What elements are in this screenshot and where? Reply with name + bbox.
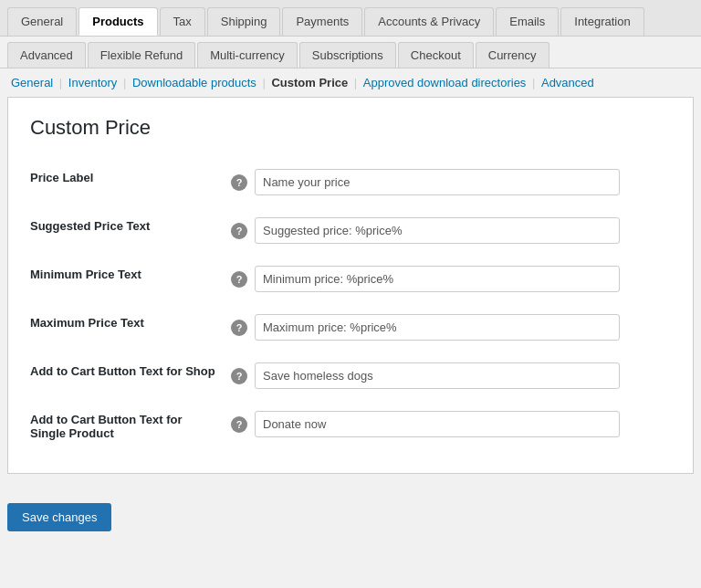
input-price-label[interactable] xyxy=(255,169,620,195)
breadcrumb-link-advanced[interactable]: Advanced xyxy=(541,76,594,89)
breadcrumb-link-approved-download-directories[interactable]: Approved download directories xyxy=(363,76,527,89)
page-title: Custom Price xyxy=(30,116,671,140)
help-icon-maximum-price-text[interactable]: ? xyxy=(231,320,247,336)
top-tab-products[interactable]: Products xyxy=(78,7,157,36)
field-label-maximum-price-text: Maximum Price Text xyxy=(30,303,231,352)
field-row-price-label: Price Label? xyxy=(30,158,671,206)
top-tab-general[interactable]: General xyxy=(7,7,77,36)
top-tab-tax[interactable]: Tax xyxy=(160,7,205,36)
breadcrumb-current: Custom Price xyxy=(271,76,348,89)
help-icon-add-to-cart-single[interactable]: ? xyxy=(231,416,247,433)
top-tab-emails[interactable]: Emails xyxy=(496,7,559,36)
field-row-minimum-price-text: Minimum Price Text? xyxy=(30,255,671,303)
second-tab-flexible-refund[interactable]: Flexible Refund xyxy=(88,42,195,68)
top-tab-integration[interactable]: Integration xyxy=(560,7,643,36)
settings-form: Price Label?Suggested Price Text?Minimum… xyxy=(30,158,671,451)
second-tab-subscriptions[interactable]: Subscriptions xyxy=(299,42,396,68)
field-label-price-label: Price Label xyxy=(30,158,231,206)
top-tab-shipping[interactable]: Shipping xyxy=(207,7,281,36)
top-tab-bar: GeneralProductsTaxShippingPaymentsAccoun… xyxy=(0,0,701,37)
second-tab-bar: AdvancedFlexible RefundMulti-currencySub… xyxy=(0,37,701,68)
footer-row: Save changes xyxy=(0,481,701,546)
field-label-add-to-cart-shop: Add to Cart Button Text for Shop xyxy=(30,352,231,400)
help-icon-add-to-cart-shop[interactable]: ? xyxy=(231,368,247,384)
field-row-maximum-price-text: Maximum Price Text? xyxy=(30,303,671,352)
field-row-suggested-price-text: Suggested Price Text? xyxy=(30,206,671,255)
breadcrumb-link-inventory[interactable]: Inventory xyxy=(68,76,117,89)
breadcrumb-link-downloadable-products[interactable]: Downloadable products xyxy=(132,76,256,89)
input-add-to-cart-shop[interactable] xyxy=(255,362,620,389)
main-content: Custom Price Price Label?Suggested Price… xyxy=(7,97,694,474)
input-add-to-cart-single[interactable] xyxy=(255,411,620,437)
field-label-add-to-cart-single: Add to Cart Button Text for Single Produ… xyxy=(30,400,231,451)
top-tab-payments[interactable]: Payments xyxy=(282,7,362,36)
top-tab-accounts---privacy[interactable]: Accounts & Privacy xyxy=(364,7,494,36)
second-tab-multi-currency[interactable]: Multi-currency xyxy=(197,42,298,68)
second-tab-checkout[interactable]: Checkout xyxy=(398,42,474,68)
second-tab-currency[interactable]: Currency xyxy=(476,42,549,68)
field-label-suggested-price-text: Suggested Price Text xyxy=(30,206,231,255)
second-tab-advanced[interactable]: Advanced xyxy=(7,42,86,68)
help-icon-suggested-price-text[interactable]: ? xyxy=(231,223,247,239)
input-suggested-price-text[interactable] xyxy=(255,217,620,244)
help-icon-minimum-price-text[interactable]: ? xyxy=(231,271,247,288)
field-label-minimum-price-text: Minimum Price Text xyxy=(30,255,231,303)
field-row-add-to-cart-shop: Add to Cart Button Text for Shop? xyxy=(30,352,671,400)
help-icon-price-label[interactable]: ? xyxy=(231,174,247,191)
save-button[interactable]: Save changes xyxy=(7,503,111,531)
breadcrumb-link-general[interactable]: General xyxy=(11,76,53,89)
input-maximum-price-text[interactable] xyxy=(255,314,620,341)
field-row-add-to-cart-single: Add to Cart Button Text for Single Produ… xyxy=(30,400,671,451)
input-minimum-price-text[interactable] xyxy=(255,266,620,292)
breadcrumb: General | Inventory | Downloadable produ… xyxy=(0,68,701,97)
